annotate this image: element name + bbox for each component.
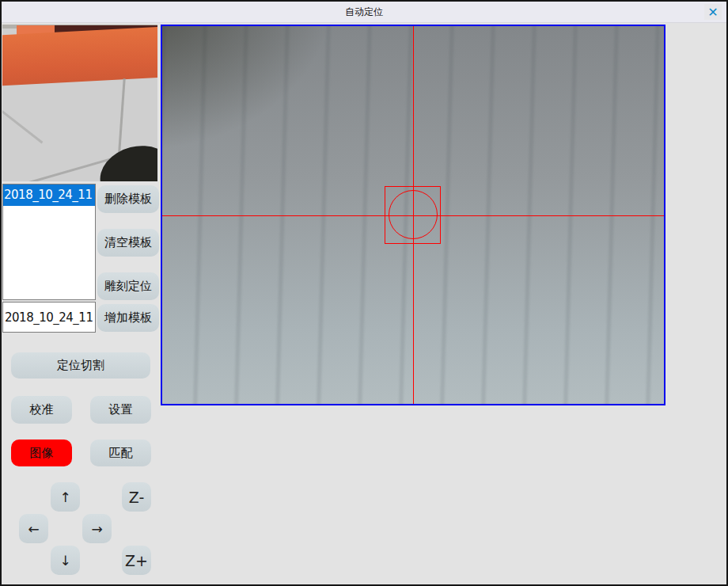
thumbnail-tile-line-diagonal2 (2, 98, 43, 144)
match-button[interactable]: 匹配 (90, 440, 151, 466)
template-list-item[interactable]: 2018_10_24_11 (3, 185, 95, 206)
calibrate-button[interactable]: 校准 (11, 396, 72, 424)
window-title: 自动定位 (345, 6, 383, 19)
target-circle (389, 190, 438, 239)
title-bar: 自动定位 ✕ (2, 2, 726, 23)
image-button[interactable]: 图像 (11, 440, 72, 466)
thumbnail-orange-beam (2, 26, 157, 86)
jog-right-button[interactable]: → (82, 514, 112, 543)
jog-z-plus-button[interactable]: Z+ (122, 546, 151, 575)
auto-position-window: 自动定位 ✕ 2018_10_24_11 删除模板 清空模板 雕刻定位 增加模板… (0, 0, 728, 586)
close-icon[interactable]: ✕ (704, 4, 722, 20)
jog-z-minus-button[interactable]: Z- (122, 482, 151, 512)
settings-button[interactable]: 设置 (90, 396, 151, 424)
position-cut-button[interactable]: 定位切割 (11, 352, 150, 379)
clear-template-button[interactable]: 清空模板 (97, 229, 159, 257)
template-name-input[interactable] (2, 302, 96, 333)
jog-left-button[interactable]: ← (19, 514, 48, 543)
template-thumbnail (2, 25, 157, 181)
jog-up-button[interactable]: ↑ (51, 482, 80, 512)
add-template-button[interactable]: 增加模板 (97, 304, 159, 332)
engrave-position-button[interactable]: 雕刻定位 (97, 272, 159, 300)
camera-view[interactable] (161, 25, 665, 405)
delete-template-button[interactable]: 删除模板 (97, 185, 159, 213)
template-list: 2018_10_24_11 (2, 184, 96, 300)
jog-down-button[interactable]: ↓ (51, 546, 80, 575)
